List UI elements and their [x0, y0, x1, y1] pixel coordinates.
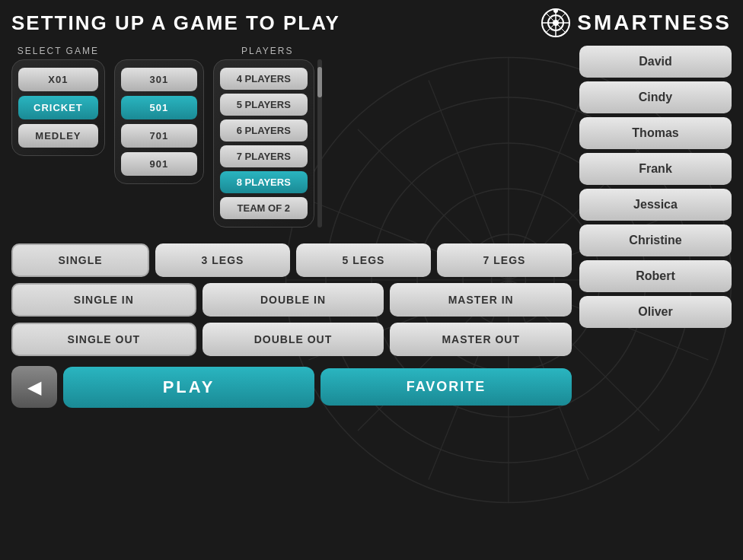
players-btn-4[interactable]: 4 PLAYERS — [220, 68, 308, 90]
player-btn-christine[interactable]: Christine — [579, 224, 732, 256]
players-btn-5[interactable]: 5 PLAYERS — [220, 94, 308, 116]
player-btn-cindy[interactable]: Cindy — [579, 81, 732, 113]
legs-row: SINGLE 3 LEGS 5 LEGS 7 LEGS — [11, 243, 572, 277]
main-content: SELECT GAME X01 CRICKET MEDLEY 301 501 7… — [11, 46, 732, 552]
game-btn-cricket[interactable]: CRICKET — [18, 96, 98, 119]
back-button[interactable]: ◀ — [11, 366, 57, 408]
players-scroll-thumb — [317, 67, 322, 97]
logo-text: SMARTNESS — [577, 11, 732, 35]
svg-point-19 — [553, 8, 558, 13]
btn-master-in[interactable]: MASTER IN — [390, 283, 572, 317]
player-btn-thomas[interactable]: Thomas — [579, 117, 732, 149]
game-types-column: SELECT GAME X01 CRICKET MEDLEY — [11, 46, 105, 228]
left-panel: SELECT GAME X01 CRICKET MEDLEY 301 501 7… — [11, 46, 572, 552]
player-btn-oliver[interactable]: Oliver — [579, 296, 732, 328]
page-wrapper: SETTING UP A GAME TO PLAY SMARTNESS — [0, 0, 743, 560]
btn-single-out[interactable]: SINGLE OUT — [11, 323, 196, 356]
score-btn-701[interactable]: 701 — [121, 124, 197, 148]
in-row: SINGLE IN DOUBLE IN MASTER IN — [11, 283, 572, 317]
action-row: ◀ PLAY FAVORITE — [11, 366, 572, 408]
score-btn-301[interactable]: 301 — [121, 68, 197, 91]
score-btn-901[interactable]: 901 — [121, 152, 197, 176]
players-section: PLAYERS 4 PLAYERS 5 PLAYERS 6 PLAYERS 7 … — [213, 46, 322, 228]
score-btn-501[interactable]: 501 — [121, 96, 197, 119]
btn-3legs[interactable]: 3 LEGS — [155, 243, 290, 277]
player-btn-david[interactable]: David — [579, 46, 732, 78]
players-btn-8[interactable]: 8 PLAYERS — [220, 171, 308, 193]
btn-5legs[interactable]: 5 LEGS — [296, 243, 431, 277]
btn-double-in[interactable]: DOUBLE IN — [202, 283, 384, 317]
out-row: SINGLE OUT DOUBLE OUT MASTER OUT — [11, 323, 572, 356]
btn-single-in[interactable]: SINGLE IN — [11, 283, 196, 317]
players-btn-7[interactable]: 7 PLAYERS — [220, 145, 308, 167]
game-types-panel: X01 CRICKET MEDLEY — [11, 59, 105, 156]
players-wrapper: 4 PLAYERS 5 PLAYERS 6 PLAYERS 7 PLAYERS … — [213, 59, 322, 228]
player-btn-jessica[interactable]: Jessica — [579, 189, 732, 221]
players-panel: 4 PLAYERS 5 PLAYERS 6 PLAYERS 7 PLAYERS … — [213, 59, 314, 228]
btn-single[interactable]: SINGLE — [11, 243, 149, 277]
btn-7legs[interactable]: 7 LEGS — [437, 243, 572, 277]
logo-icon — [541, 8, 571, 38]
player-btn-robert[interactable]: Robert — [579, 260, 732, 292]
play-button[interactable]: PLAY — [63, 367, 314, 408]
game-btn-x01[interactable]: X01 — [18, 68, 98, 91]
btn-double-out[interactable]: DOUBLE OUT — [202, 323, 384, 356]
header: SETTING UP A GAME TO PLAY SMARTNESS — [11, 8, 732, 38]
bottom-controls: SINGLE 3 LEGS 5 LEGS 7 LEGS SINGLE IN DO… — [11, 243, 572, 356]
scores-panel: 301 501 701 901 — [114, 59, 204, 184]
select-game-label: SELECT GAME — [18, 46, 99, 56]
back-icon: ◀ — [27, 377, 41, 398]
scores-label — [157, 46, 161, 56]
players-btn-teamof2[interactable]: TEAM OF 2 — [220, 197, 308, 219]
favorite-button[interactable]: FAVORITE — [320, 368, 572, 406]
players-label: PLAYERS — [241, 46, 293, 56]
right-panel: David Cindy Thomas Frank Jessica Christi… — [579, 46, 732, 552]
game-btn-medley[interactable]: MEDLEY — [18, 124, 98, 148]
players-scrollbar[interactable] — [317, 59, 322, 228]
scores-column: 301 501 701 901 — [114, 46, 204, 228]
btn-master-out[interactable]: MASTER OUT — [390, 323, 572, 356]
game-selection-row: SELECT GAME X01 CRICKET MEDLEY 301 501 7… — [11, 46, 572, 228]
page-title: SETTING UP A GAME TO PLAY — [11, 11, 340, 35]
player-btn-frank[interactable]: Frank — [579, 153, 732, 185]
players-btn-6[interactable]: 6 PLAYERS — [220, 119, 308, 142]
logo-area: SMARTNESS — [541, 8, 732, 38]
